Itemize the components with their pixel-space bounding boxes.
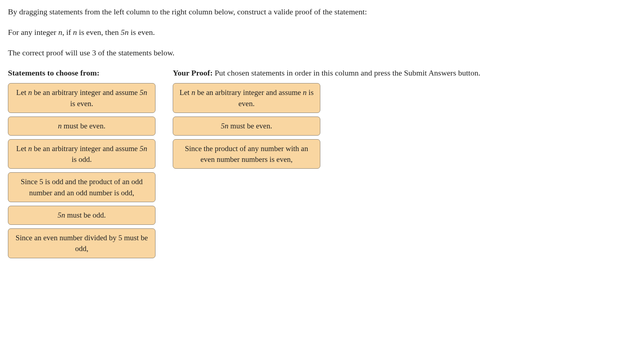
text: , if: [62, 28, 73, 37]
var-n: n: [73, 28, 77, 37]
text: Since 5 is odd and the product of an odd…: [21, 177, 143, 197]
text: be an arbitrary integer and assume: [32, 88, 140, 97]
text: For any integer: [8, 28, 58, 37]
var: n: [28, 144, 32, 153]
text: Since the product of any number with an …: [185, 144, 308, 164]
text: Let: [16, 144, 28, 153]
statement-card[interactable]: n must be even.: [8, 117, 155, 135]
statement-card[interactable]: 5n must be odd.: [8, 206, 155, 224]
var-n: n: [58, 28, 62, 37]
instruction-line-3: The correct proof will use 3 of the stat…: [8, 47, 611, 59]
text: The correct proof will use 3 of the stat…: [8, 48, 175, 57]
statement-card[interactable]: Since an even number divided by 5 must b…: [8, 228, 155, 258]
text: Since an even number divided by 5 must b…: [15, 233, 148, 253]
text: By dragging statements from the left col…: [8, 7, 367, 16]
var: 5n: [140, 88, 147, 97]
proof-dropzone[interactable]: Let n be an arbitrary integer and assume…: [173, 83, 611, 169]
text: must be even.: [229, 122, 272, 130]
statements-column: Statements to choose from: Let n be an a…: [8, 68, 163, 261]
proof-header-strong: Your Proof:: [173, 68, 213, 77]
proof-card[interactable]: 5n must be even.: [173, 117, 320, 135]
statements-header: Statements to choose from:: [8, 68, 163, 79]
statement-card[interactable]: Since 5 is odd and the product of an odd…: [8, 172, 155, 202]
var: 5n: [140, 144, 147, 153]
instruction-line-2: For any integer n, if n is even, then 5n…: [8, 27, 611, 38]
proof-column: Your Proof: Put chosen statements in ord…: [173, 68, 611, 172]
text: is even.: [128, 28, 155, 37]
statements-list: Let n be an arbitrary integer and assume…: [8, 83, 163, 258]
proof-header-rest: Put chosen statements in order in this c…: [213, 68, 480, 77]
statement-card[interactable]: Let n be an arbitrary integer and assume…: [8, 139, 155, 169]
text: is odd.: [72, 155, 92, 164]
statements-header-text: Statements to choose from:: [8, 68, 99, 77]
text: be an arbitrary integer and assume: [195, 88, 303, 97]
text: must be even.: [62, 122, 105, 130]
var: 5n: [221, 122, 229, 130]
proof-card[interactable]: Let n be an arbitrary integer and assume…: [173, 83, 320, 113]
var: n: [191, 88, 195, 97]
instruction-line-1: By dragging statements from the left col…: [8, 6, 611, 18]
proof-card[interactable]: Since the product of any number with an …: [173, 139, 320, 169]
text: is even, then: [77, 28, 121, 37]
text: Let: [16, 88, 28, 97]
var: 5n: [58, 211, 65, 219]
text: Let: [180, 88, 191, 97]
var: n: [58, 122, 62, 130]
text: must be odd.: [65, 211, 106, 219]
var: n: [303, 88, 307, 97]
text: be an arbitrary integer and assume: [32, 144, 140, 153]
instructions-block: By dragging statements from the left col…: [8, 6, 611, 58]
statement-card[interactable]: Let n be an arbitrary integer and assume…: [8, 83, 155, 113]
text: is even.: [70, 99, 93, 108]
var: n: [28, 88, 32, 97]
var-5n: 5n: [121, 28, 128, 37]
proof-header: Your Proof: Put chosen statements in ord…: [173, 68, 611, 79]
